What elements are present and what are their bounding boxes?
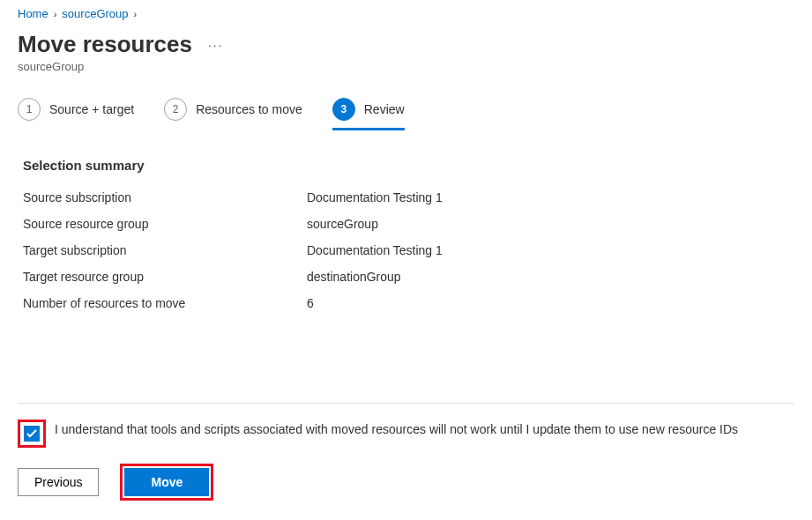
more-options-icon[interactable]: ··· bbox=[208, 38, 224, 52]
step-number: 2 bbox=[164, 98, 187, 121]
ack-text: I understand that tools and scripts asso… bbox=[55, 420, 738, 439]
step-label: Review bbox=[364, 102, 405, 116]
summary-label: Target subscription bbox=[23, 243, 307, 257]
button-row: Previous Move bbox=[18, 464, 794, 501]
summary-value: Documentation Testing 1 bbox=[307, 190, 443, 204]
move-button[interactable]: Move bbox=[124, 468, 209, 496]
chevron-right-icon: › bbox=[54, 9, 57, 19]
summary-row-resource-count: Number of resources to move 6 bbox=[23, 296, 794, 310]
step-number: 3 bbox=[332, 98, 355, 121]
step-wizard: 1 Source + target 2 Resources to move 3 … bbox=[18, 98, 794, 128]
summary-value: destinationGroup bbox=[307, 270, 401, 284]
summary-value: Documentation Testing 1 bbox=[307, 243, 443, 257]
chevron-right-icon: › bbox=[134, 9, 138, 19]
summary-value: 6 bbox=[307, 296, 314, 310]
summary-table: Source subscription Documentation Testin… bbox=[23, 190, 794, 310]
summary-label: Source subscription bbox=[23, 190, 307, 204]
breadcrumb-source-group[interactable]: sourceGroup bbox=[62, 7, 128, 20]
ack-checkbox[interactable] bbox=[22, 424, 41, 443]
step-label: Resources to move bbox=[196, 102, 302, 116]
summary-row-source-resource-group: Source resource group sourceGroup bbox=[23, 217, 794, 231]
summary-label: Target resource group bbox=[23, 270, 307, 284]
step-number: 1 bbox=[18, 98, 41, 121]
highlight-annotation: Move bbox=[120, 464, 213, 501]
step-resources-to-move[interactable]: 2 Resources to move bbox=[164, 98, 302, 128]
breadcrumb: Home › sourceGroup › bbox=[18, 7, 794, 20]
page-title: Move resources bbox=[18, 31, 192, 58]
summary-label: Number of resources to move bbox=[23, 296, 307, 310]
page-header: Move resources ··· bbox=[18, 31, 794, 58]
checkmark-icon bbox=[26, 429, 37, 438]
page-subtitle: sourceGroup bbox=[18, 60, 794, 73]
summary-row-target-subscription: Target subscription Documentation Testin… bbox=[23, 243, 794, 257]
breadcrumb-home[interactable]: Home bbox=[18, 7, 48, 20]
step-review[interactable]: 3 Review bbox=[332, 98, 405, 130]
summary-label: Source resource group bbox=[23, 217, 307, 231]
summary-row-source-subscription: Source subscription Documentation Testin… bbox=[23, 190, 794, 204]
footer: I understand that tools and scripts asso… bbox=[0, 403, 812, 501]
summary-value: sourceGroup bbox=[307, 217, 378, 231]
step-source-target[interactable]: 1 Source + target bbox=[18, 98, 134, 128]
summary-row-target-resource-group: Target resource group destinationGroup bbox=[23, 270, 794, 284]
highlight-annotation bbox=[18, 420, 46, 448]
step-label: Source + target bbox=[49, 102, 134, 116]
previous-button[interactable]: Previous bbox=[18, 468, 99, 496]
summary-heading: Selection summary bbox=[23, 158, 794, 173]
acknowledgement-row: I understand that tools and scripts asso… bbox=[18, 420, 794, 448]
divider bbox=[18, 403, 794, 404]
